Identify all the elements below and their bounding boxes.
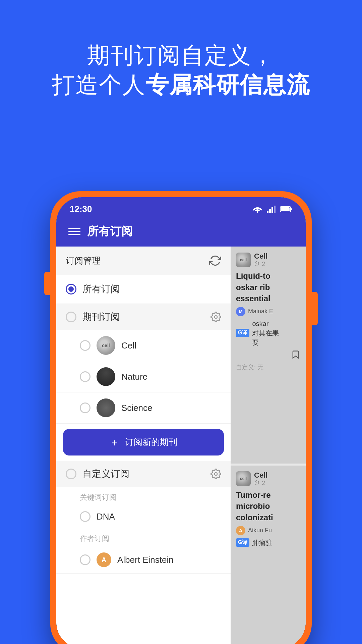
radio-author[interactable] bbox=[80, 554, 90, 565]
hero-section: 期刊订阅自定义， 打造个人专属科研信息流 bbox=[0, 0, 362, 120]
article-translated-row-2: G译 肿瘤驻 bbox=[236, 538, 300, 547]
battery-icon bbox=[280, 206, 292, 213]
custom-label-1: 自定义: 无 bbox=[236, 362, 300, 371]
left-panel: 订阅管理 所有订阅 bbox=[56, 247, 231, 644]
article-card-1[interactable]: cell Cell ⏱ 2 Liquid-tooskar ribessentia… bbox=[231, 247, 306, 464]
subscribe-new-button[interactable]: ＋ 订阅新的期刊 bbox=[63, 429, 224, 455]
svg-point-0 bbox=[257, 211, 258, 213]
svg-point-9 bbox=[215, 473, 217, 475]
article-author-avatar-1: M bbox=[236, 307, 245, 316]
radio-cell[interactable] bbox=[80, 340, 90, 351]
author-avatar: A bbox=[97, 552, 111, 567]
svg-rect-3 bbox=[272, 207, 273, 213]
custom-section-left: 自定义订阅 bbox=[66, 468, 129, 480]
subscribe-btn-text: 订阅新的期刊 bbox=[125, 436, 177, 448]
article-author-row-1: M Mainak E bbox=[236, 307, 300, 316]
nav-bar: 所有订阅 bbox=[56, 218, 306, 247]
science-journal-name: Science bbox=[121, 403, 153, 413]
article-author-name-1: Mainak E bbox=[248, 308, 273, 315]
journal-item-science[interactable]: Science bbox=[56, 392, 231, 424]
cell-avatar: cell bbox=[97, 336, 115, 355]
nature-journal-name: Nature bbox=[121, 372, 147, 382]
radio-science[interactable] bbox=[80, 402, 90, 413]
article-bottom-1 bbox=[236, 350, 300, 359]
radio-all-subs[interactable] bbox=[66, 284, 76, 294]
author-row[interactable]: A Albert Einstein bbox=[56, 546, 231, 574]
refresh-icon[interactable] bbox=[209, 255, 221, 267]
article-top-1: cell Cell ⏱ 2 bbox=[236, 252, 300, 268]
author-name: Albert Einstein bbox=[117, 555, 174, 565]
nature-avatar bbox=[97, 367, 115, 386]
custom-section-label: 自定义订阅 bbox=[82, 468, 129, 480]
content-area: 订阅管理 所有订阅 bbox=[56, 247, 306, 644]
article-journal-name-1: Cell bbox=[254, 252, 267, 261]
article-card-2[interactable]: cell Cell ⏱ 2 Tumor-remicrobiocolonizati… bbox=[231, 466, 306, 644]
article-translated-1: oskar对其在果要 bbox=[252, 319, 279, 347]
journal-section-header: 期刊订阅 bbox=[56, 304, 231, 330]
journal-section-left: 期刊订阅 bbox=[66, 311, 120, 323]
article-time-2: ⏱ 2 bbox=[254, 480, 267, 487]
translate-badge-2: G译 bbox=[236, 538, 249, 547]
svg-rect-6 bbox=[291, 208, 292, 210]
article-meta-2: Cell ⏱ 2 bbox=[254, 471, 267, 487]
signal-icon bbox=[267, 205, 276, 213]
status-time: 12:30 bbox=[70, 204, 92, 214]
phone-outer: 12:30 bbox=[50, 191, 312, 644]
translate-badge-1: G译 bbox=[236, 329, 249, 337]
journal-item-nature[interactable]: Nature bbox=[56, 361, 231, 392]
article-author-name-2: Aikun Fu bbox=[248, 527, 272, 534]
article-time-1: ⏱ 2 bbox=[254, 261, 267, 268]
all-subs-label: 所有订阅 bbox=[82, 283, 120, 296]
nav-title: 所有订阅 bbox=[87, 224, 133, 239]
hero-line2-plain: 打造个人 bbox=[52, 72, 146, 97]
bookmark-icon-1[interactable] bbox=[291, 350, 300, 359]
article-cell-icon-2: cell bbox=[236, 471, 251, 486]
svg-rect-4 bbox=[274, 206, 276, 213]
keyword-section-label: 关键词订阅 bbox=[56, 487, 231, 505]
wifi-icon bbox=[252, 205, 263, 213]
cell-image: cell bbox=[97, 336, 115, 355]
journal-item-cell[interactable]: cell Cell bbox=[56, 330, 231, 361]
radio-custom[interactable] bbox=[66, 469, 76, 479]
article-translated-2: 肿瘤驻 bbox=[252, 538, 272, 547]
radio-journal[interactable] bbox=[66, 312, 76, 322]
custom-gear-icon[interactable] bbox=[210, 469, 221, 479]
hamburger-menu-icon[interactable] bbox=[68, 228, 80, 235]
article-meta-1: Cell ⏱ 2 bbox=[254, 252, 267, 268]
dna-row[interactable]: DNA bbox=[56, 505, 231, 528]
hero-line2: 打造个人专属科研信息流 bbox=[20, 70, 342, 99]
science-avatar bbox=[97, 398, 115, 417]
radio-nature[interactable] bbox=[80, 371, 90, 382]
article-translated-row-1: G译 oskar对其在果要 bbox=[236, 319, 300, 347]
radio-dna[interactable] bbox=[80, 511, 90, 522]
hero-line1: 期刊订阅自定义， bbox=[20, 40, 342, 70]
phone-mockup: 12:30 bbox=[50, 191, 312, 644]
article-title-2: Tumor-remicrobiocolonizati bbox=[236, 489, 300, 523]
svg-point-8 bbox=[215, 316, 217, 318]
status-icons bbox=[252, 205, 292, 213]
article-cell-icon-1: cell bbox=[236, 253, 251, 267]
section-header-title: 订阅管理 bbox=[66, 255, 101, 267]
hero-line1-text: 期刊订阅自定义， bbox=[87, 42, 275, 68]
phone-inner: 12:30 bbox=[56, 197, 306, 644]
custom-section-header: 自定义订阅 bbox=[56, 461, 231, 487]
hero-line2-bold: 专属科研信息流 bbox=[146, 72, 310, 97]
article-top-2: cell Cell ⏱ 2 bbox=[236, 471, 300, 487]
cell-journal-name: Cell bbox=[121, 340, 136, 351]
article-title-1: Liquid-tooskar ribessential bbox=[236, 270, 300, 304]
svg-rect-7 bbox=[281, 207, 290, 211]
article-author-row-2: A Aikun Fu bbox=[236, 526, 300, 535]
status-bar: 12:30 bbox=[56, 197, 306, 218]
plus-icon: ＋ bbox=[110, 437, 120, 447]
svg-rect-2 bbox=[269, 209, 271, 213]
phone-screen: 12:30 bbox=[56, 197, 306, 644]
section-header: 订阅管理 bbox=[56, 247, 231, 275]
article-author-avatar-2: A bbox=[236, 526, 245, 535]
dna-label: DNA bbox=[97, 512, 115, 522]
svg-rect-1 bbox=[267, 211, 268, 213]
article-journal-name-2: Cell bbox=[254, 471, 267, 480]
author-section-label: 作者订阅 bbox=[56, 528, 231, 546]
journal-gear-icon[interactable] bbox=[210, 312, 221, 322]
journal-section-label: 期刊订阅 bbox=[82, 311, 120, 323]
all-subs-row[interactable]: 所有订阅 bbox=[56, 275, 231, 304]
